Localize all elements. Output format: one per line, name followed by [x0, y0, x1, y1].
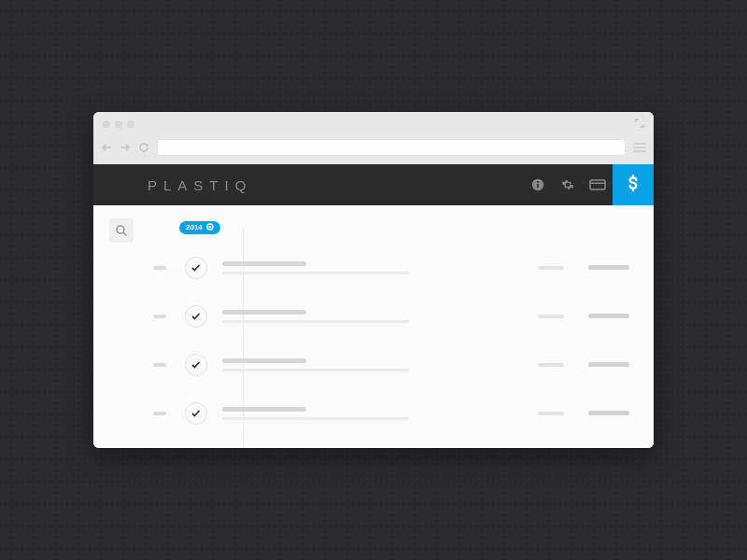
- timeline-item[interactable]: [149, 341, 654, 389]
- chevron-down-icon: [206, 223, 214, 232]
- svg-line-8: [123, 232, 127, 236]
- date-placeholder: [153, 363, 166, 367]
- timeline: 2014: [149, 205, 654, 448]
- item-text: [222, 310, 538, 323]
- date-placeholder: [153, 412, 166, 415]
- check-icon: [185, 354, 207, 376]
- reload-icon[interactable]: [138, 142, 149, 153]
- content-area: 2014: [93, 205, 654, 448]
- check-icon: [185, 402, 207, 425]
- browser-toolbar: [93, 136, 654, 164]
- window-minimize-icon[interactable]: [115, 120, 122, 128]
- svg-rect-1: [537, 184, 539, 188]
- window-zoom-icon[interactable]: [127, 120, 134, 128]
- gear-icon[interactable]: [553, 164, 583, 205]
- item-meta: [538, 411, 654, 415]
- year-label: 2014: [186, 223, 203, 231]
- menu-icon[interactable]: [633, 143, 646, 152]
- svg-point-7: [117, 226, 124, 233]
- forward-icon[interactable]: [120, 142, 131, 153]
- item-text: [222, 407, 538, 420]
- window-close-icon[interactable]: [103, 120, 110, 128]
- pay-button[interactable]: [613, 164, 654, 205]
- timeline-rows: [149, 244, 654, 438]
- address-bar[interactable]: [157, 139, 626, 156]
- item-meta: [538, 362, 654, 367]
- brand-logo: PLASTIQ: [148, 177, 252, 193]
- timeline-item[interactable]: [149, 292, 654, 341]
- timeline-item[interactable]: [149, 389, 654, 438]
- check-icon: [185, 305, 207, 328]
- timeline-item[interactable]: [149, 244, 654, 292]
- year-badge[interactable]: 2014: [179, 221, 220, 234]
- svg-rect-3: [590, 180, 605, 189]
- date-placeholder: [153, 266, 166, 270]
- item-text: [222, 261, 538, 274]
- search-button[interactable]: [109, 218, 134, 243]
- browser-titlebar: [93, 112, 654, 136]
- card-icon[interactable]: [583, 164, 613, 205]
- info-icon[interactable]: [523, 164, 553, 205]
- item-meta: [538, 265, 654, 270]
- back-icon[interactable]: [101, 142, 112, 153]
- check-icon: [185, 257, 207, 279]
- app-header: PLASTIQ: [93, 164, 654, 205]
- svg-point-2: [537, 181, 539, 183]
- expand-icon[interactable]: [635, 119, 644, 130]
- item-meta: [538, 314, 654, 318]
- item-text: [222, 358, 538, 371]
- date-placeholder: [153, 315, 166, 318]
- browser-window: PLASTIQ 2014: [93, 112, 654, 448]
